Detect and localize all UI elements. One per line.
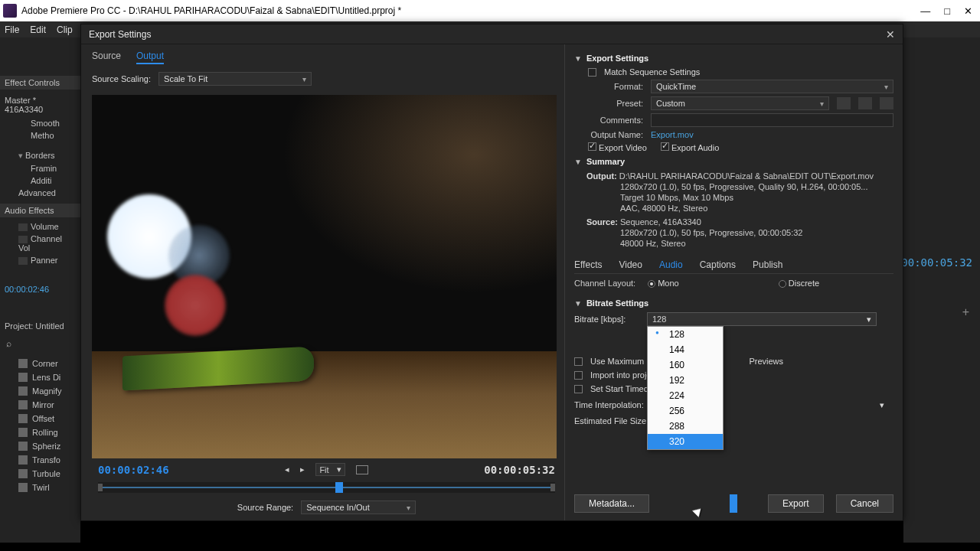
effect-preset[interactable]: Turbule (32, 469, 60, 478)
preview-out-timecode: 00:00:05:32 (484, 464, 555, 476)
source-range-label: Source Range: (237, 503, 293, 512)
param-item[interactable]: Smooth (0, 117, 80, 129)
chevron-down-icon: ▾ (302, 75, 306, 83)
chevron-down-icon: ▾ (820, 99, 824, 108)
comments-input[interactable] (651, 113, 893, 127)
output-name-link[interactable]: Export.mov (651, 130, 694, 139)
preview-in-timecode[interactable]: 00:00:02:46 (98, 464, 169, 476)
effect-preset[interactable]: Magnify (32, 386, 62, 396)
tab-video[interactable]: Video (619, 259, 642, 270)
bitrate-option[interactable]: 224 (648, 388, 723, 403)
tab-captions[interactable]: Captions (700, 259, 736, 270)
chevron-down-icon[interactable]: ▾ (880, 400, 884, 410)
chevron-down-icon: ▾ (867, 315, 871, 324)
preset-value: Custom (656, 99, 685, 108)
fx-icon (18, 223, 28, 231)
source-scaling-value: Scale To Fit (164, 74, 207, 83)
tab-source[interactable]: Source (92, 51, 121, 64)
use-max-render-checkbox[interactable] (574, 357, 583, 366)
bin-icon (18, 483, 28, 492)
source-scaling-dropdown[interactable]: Scale To Fit ▾ (158, 72, 312, 86)
preview-pane: Source Output Source Scaling: Scale To F… (81, 44, 565, 520)
export-button[interactable]: Export (768, 494, 824, 513)
bitrate-option[interactable]: 160 (648, 357, 723, 373)
preview-timeline[interactable] (98, 482, 555, 493)
import-preset-icon[interactable] (858, 97, 872, 109)
menu-clip[interactable]: Clip (57, 24, 73, 35)
twirl-icon[interactable]: ▼ (574, 158, 582, 166)
playhead[interactable] (335, 482, 343, 493)
effect-preset[interactable]: Lens Di (32, 373, 60, 382)
param-item[interactable]: Metho (0, 129, 80, 142)
chevron-down-icon: ▾ (884, 83, 888, 91)
tab-publish[interactable]: Publish (753, 259, 782, 270)
param-item[interactable]: Framin (0, 162, 80, 174)
channel-discrete-label: Discrete (789, 279, 819, 288)
effect-preset[interactable]: Spheriz (32, 442, 60, 451)
format-value: QuickTime (656, 82, 696, 91)
tab-effects[interactable]: Effects (574, 259, 602, 270)
bitrate-option[interactable]: 288 (648, 419, 723, 434)
effect-preset[interactable]: Rolling (32, 428, 58, 437)
dialog-titlebar[interactable]: Export Settings ✕ (81, 24, 903, 44)
twirl-icon[interactable]: ▼ (574, 54, 582, 63)
set-start-tc-label: Set Start Timeco (590, 384, 652, 393)
channel-discrete-radio[interactable] (779, 280, 786, 288)
effect-preset[interactable]: Offset (32, 414, 54, 423)
comments-label: Comments: (574, 116, 643, 125)
close-button[interactable]: ✕ (964, 5, 972, 17)
bitrate-option[interactable]: 144 (648, 342, 723, 357)
prev-frame-icon[interactable]: ◂ (285, 465, 289, 474)
import-project-checkbox[interactable] (574, 371, 583, 380)
delete-preset-icon[interactable] (880, 97, 893, 109)
tab-output[interactable]: Output (136, 51, 164, 64)
twirl-icon[interactable]: ▼ (574, 299, 582, 308)
match-sequence-label: Match Sequence Settings (604, 67, 700, 77)
settings-pane: ▼Export Settings Match Sequence Settings… (565, 44, 903, 520)
fx-icon (18, 257, 28, 265)
save-preset-icon[interactable] (837, 97, 851, 109)
tab-audio[interactable]: Audio (659, 259, 683, 270)
bin-icon (18, 386, 28, 396)
export-audio-checkbox[interactable] (661, 142, 669, 151)
bitrate-option[interactable]: 128 (648, 327, 723, 342)
preset-dropdown[interactable]: Custom▾ (651, 96, 829, 110)
maximize-button[interactable]: □ (944, 5, 950, 17)
bitrate-option[interactable]: 256 (648, 403, 723, 419)
effect-preset[interactable]: Transfo (32, 455, 60, 465)
bitrate-option[interactable]: 320 (648, 434, 723, 449)
effect-preset[interactable]: Twirl (32, 483, 50, 492)
bitrate-dropdown[interactable]: 128▾ 128144160192224256288320 (647, 312, 877, 326)
effect-preset[interactable]: Mirror (32, 400, 54, 409)
param-item[interactable]: Advanced (0, 187, 80, 199)
import-project-label: Import into proje (590, 370, 651, 380)
borders-group[interactable]: Borders (25, 151, 55, 160)
cancel-button[interactable]: Cancel (836, 494, 893, 513)
close-icon[interactable]: ✕ (886, 28, 895, 41)
format-dropdown[interactable]: QuickTime▾ (651, 80, 893, 93)
project-panel-header: Project: Untitled (0, 318, 80, 334)
timeline-timecode: 00:00:05:32 (901, 256, 972, 269)
bitrate-option[interactable]: 192 (648, 373, 723, 388)
channel-mono-radio[interactable] (648, 280, 655, 288)
os-titlebar: Adobe Premiere Pro CC - D:\RAHUL PARIHAR… (0, 0, 980, 21)
menu-edit[interactable]: Edit (30, 24, 46, 35)
effect-preset[interactable]: Corner (32, 359, 58, 368)
fit-dropdown[interactable]: Fit ▾ (315, 463, 345, 476)
param-item[interactable]: Additi (0, 174, 80, 187)
audio-effect-item[interactable]: Panner (31, 256, 57, 265)
minimize-button[interactable]: — (920, 5, 930, 17)
set-start-tc-checkbox[interactable] (574, 385, 583, 393)
menu-file[interactable]: File (5, 24, 19, 35)
audio-effect-item[interactable]: Volume (31, 222, 59, 231)
metadata-button[interactable]: Metadata... (574, 494, 649, 513)
export-video-checkbox[interactable] (588, 142, 596, 151)
timeline-panel-background: 00:00:05:32 + (903, 37, 980, 543)
match-sequence-checkbox[interactable] (588, 68, 596, 77)
aspect-ratio-icon[interactable] (356, 465, 368, 474)
add-track-icon[interactable]: + (962, 305, 969, 319)
queue-button-edge[interactable] (730, 494, 737, 513)
next-frame-icon[interactable]: ▸ (300, 465, 305, 474)
source-range-dropdown[interactable]: Sequence In/Out ▾ (301, 500, 416, 514)
search-icon[interactable]: ⌕ (0, 338, 80, 349)
